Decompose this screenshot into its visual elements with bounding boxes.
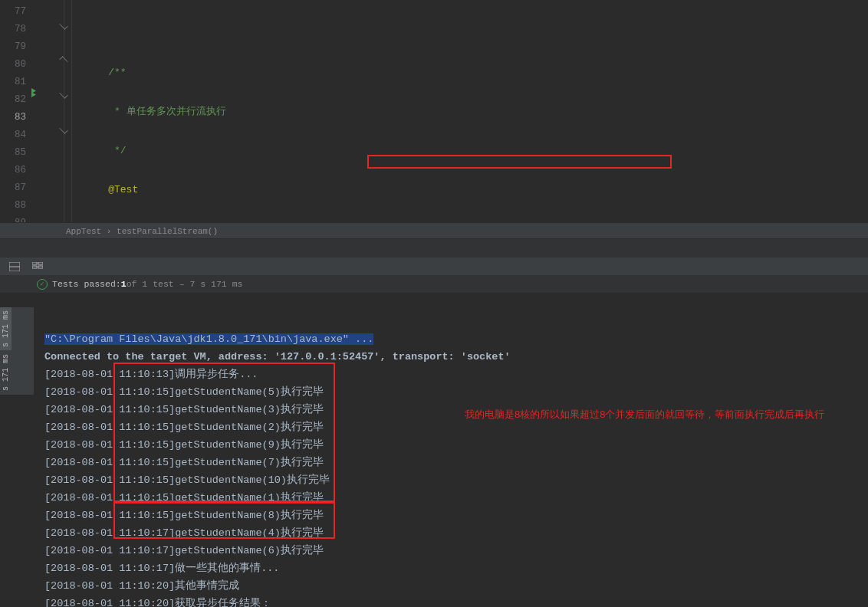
panel-gap: [0, 239, 868, 258]
fold-marker-icon[interactable]: [59, 90, 67, 98]
svg-marker-1: [31, 92, 36, 97]
code-editor[interactable]: 77 78 79 80 81 82 83 84 85 86 87 88 89 /…: [0, 0, 868, 222]
line-number-gutter: 77 78 79 80 81 82 83 84 85 86 87 88 89: [0, 0, 32, 222]
code-area[interactable]: /** * 单任务多次并行流执行 */ @Test public void te…: [72, 0, 868, 222]
svg-rect-4: [32, 262, 37, 264]
console-toolbar: [0, 258, 868, 275]
console-line: [2018-08-01 11:10:17]getStudentName(4)执行…: [44, 527, 324, 539]
code-line: public void testParallelStream() {: [72, 220, 868, 222]
fold-marker-icon[interactable]: [59, 56, 67, 64]
code-line: /**: [72, 64, 868, 81]
layout-icon[interactable]: [6, 261, 23, 273]
console-line: [2018-08-01 11:10:15]getStudentName(3)执行…: [44, 404, 324, 415]
svg-rect-6: [32, 266, 37, 268]
console-line: [2018-08-01 11:10:15]getStudentName(10)执…: [44, 474, 330, 486]
console-line: [2018-08-01 11:10:17]getStudentName(6)执行…: [44, 545, 324, 556]
check-icon: ✓: [37, 279, 48, 290]
test-status-bar: ✓ Tests passed: 1 of 1 test – 7 s 171 ms: [0, 275, 868, 294]
console-command: "C:\Program Files\Java\jdk1.8.0_171\bin\…: [44, 333, 373, 345]
fold-marker-icon[interactable]: [59, 21, 67, 29]
breadcrumb[interactable]: AppTest › testParallelStream(): [0, 222, 868, 239]
svg-rect-5: [38, 262, 43, 264]
filter-icon[interactable]: [29, 261, 46, 273]
breadcrumb-method[interactable]: testParallelStream(): [117, 227, 218, 236]
tests-label: Tests passed:: [52, 279, 121, 289]
fold-gutter[interactable]: [32, 0, 72, 222]
code-line: * 单任务多次并行流执行: [72, 103, 868, 120]
console-line: [2018-08-01 11:10:15]getStudentName(2)执行…: [44, 422, 324, 433]
side-tab[interactable]: s 171 ms: [0, 307, 12, 350]
console-line: [2018-08-01 11:10:20]获取异步任务结果：: [44, 598, 271, 607]
console-side-tabs: s 171 ms s 171 ms: [0, 307, 34, 395]
console-line: [2018-08-01 11:10:15]getStudentName(5)执行…: [44, 386, 324, 398]
tests-summary: of 1 test – 7 s 171 ms: [127, 279, 243, 289]
console-line: [2018-08-01 11:10:13]调用异步任务...: [44, 369, 258, 380]
run-test-icon[interactable]: [31, 87, 41, 98]
side-tab[interactable]: s 171 ms: [0, 351, 12, 394]
console-line: [2018-08-01 11:10:15]getStudentName(7)执行…: [44, 457, 324, 468]
console-line: [2018-08-01 11:10:15]getStudentName(1)执行…: [44, 492, 324, 504]
fold-marker-icon[interactable]: [59, 125, 67, 133]
annotation-note: 我的电脑是8核的所以如果超过8个并发后面的就回等待，等前面执行完成后再执行: [465, 406, 848, 422]
console-line: [2018-08-01 11:10:17]做一些其他的事情...: [44, 563, 279, 574]
svg-rect-7: [38, 266, 43, 268]
console-output[interactable]: "C:\Program Files\Java\jdk1.8.0_171\bin\…: [35, 308, 868, 607]
console-line: [2018-08-01 11:10:20]其他事情完成: [44, 580, 239, 592]
breadcrumb-class[interactable]: AppTest: [66, 227, 101, 236]
code-line: [72, 25, 868, 42]
console-line: [2018-08-01 11:10:15]getStudentName(9)执行…: [44, 439, 324, 451]
code-line: */: [72, 142, 868, 159]
console-line: [2018-08-01 11:10:15]getStudentName(8)执行…: [44, 510, 324, 521]
chevron-icon: ›: [107, 227, 117, 236]
tests-passed-count: 1: [121, 279, 127, 289]
console-line: Connected to the target VM, address: '12…: [44, 351, 511, 363]
code-line: @Test: [72, 181, 868, 199]
